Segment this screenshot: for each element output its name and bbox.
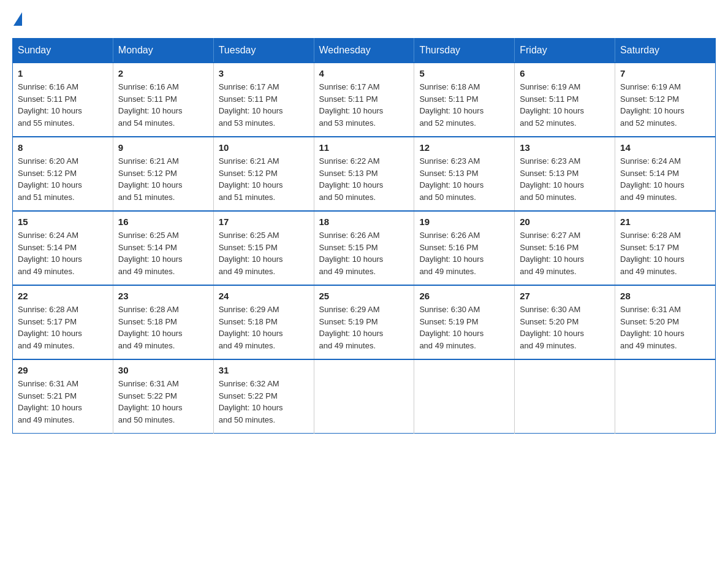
day-number: 27 <box>520 291 610 301</box>
day-info: Sunrise: 6:28 AMSunset: 5:17 PMDaylight:… <box>18 305 82 350</box>
day-number: 25 <box>319 291 409 301</box>
day-number: 31 <box>219 365 309 375</box>
calendar-cell: 17 Sunrise: 6:25 AMSunset: 5:15 PMDaylig… <box>213 211 314 285</box>
calendar-week-row: 15 Sunrise: 6:24 AMSunset: 5:14 PMDaylig… <box>13 211 716 285</box>
day-number: 18 <box>319 216 409 227</box>
calendar-body: 1 Sunrise: 6:16 AMSunset: 5:11 PMDayligh… <box>13 63 716 434</box>
day-info: Sunrise: 6:25 AMSunset: 5:14 PMDaylight:… <box>118 231 183 276</box>
calendar-cell: 19 Sunrise: 6:26 AMSunset: 5:16 PMDaylig… <box>414 211 515 285</box>
calendar-cell: 27 Sunrise: 6:30 AMSunset: 5:20 PMDaylig… <box>515 285 615 359</box>
calendar-cell: 3 Sunrise: 6:17 AMSunset: 5:11 PMDayligh… <box>213 63 314 137</box>
day-number: 24 <box>219 291 309 301</box>
day-info: Sunrise: 6:26 AMSunset: 5:15 PMDaylight:… <box>319 231 384 276</box>
day-number: 17 <box>219 216 309 227</box>
calendar-cell: 28 Sunrise: 6:31 AMSunset: 5:20 PMDaylig… <box>615 285 716 359</box>
day-number: 15 <box>18 216 108 227</box>
calendar-cell: 1 Sunrise: 6:16 AMSunset: 5:11 PMDayligh… <box>13 63 113 137</box>
day-info: Sunrise: 6:25 AMSunset: 5:15 PMDaylight:… <box>219 231 283 276</box>
calendar-cell: 20 Sunrise: 6:27 AMSunset: 5:16 PMDaylig… <box>515 211 615 285</box>
header-day-friday: Friday <box>515 39 615 63</box>
header-day-monday: Monday <box>113 39 213 63</box>
day-number: 2 <box>118 68 208 79</box>
calendar-week-row: 1 Sunrise: 6:16 AMSunset: 5:11 PMDayligh… <box>13 63 716 137</box>
calendar-cell: 9 Sunrise: 6:21 AMSunset: 5:12 PMDayligh… <box>113 137 213 211</box>
calendar-cell: 24 Sunrise: 6:29 AMSunset: 5:18 PMDaylig… <box>213 285 314 359</box>
logo <box>12 12 23 26</box>
calendar-cell: 8 Sunrise: 6:20 AMSunset: 5:12 PMDayligh… <box>13 137 113 211</box>
calendar-cell: 30 Sunrise: 6:31 AMSunset: 5:22 PMDaylig… <box>113 359 213 434</box>
day-info: Sunrise: 6:20 AMSunset: 5:12 PMDaylight:… <box>18 156 82 202</box>
day-info: Sunrise: 6:19 AMSunset: 5:12 PMDaylight:… <box>620 82 684 128</box>
day-info: Sunrise: 6:30 AMSunset: 5:20 PMDaylight:… <box>520 305 584 350</box>
day-info: Sunrise: 6:17 AMSunset: 5:11 PMDaylight:… <box>219 82 283 128</box>
day-info: Sunrise: 6:21 AMSunset: 5:12 PMDaylight:… <box>118 156 183 202</box>
day-number: 8 <box>18 142 108 153</box>
page-header <box>12 12 716 26</box>
day-info: Sunrise: 6:21 AMSunset: 5:12 PMDaylight:… <box>219 156 283 202</box>
calendar-cell: 15 Sunrise: 6:24 AMSunset: 5:14 PMDaylig… <box>13 211 113 285</box>
day-number: 19 <box>419 216 509 227</box>
calendar-cell: 2 Sunrise: 6:16 AMSunset: 5:11 PMDayligh… <box>113 63 213 137</box>
calendar-cell: 23 Sunrise: 6:28 AMSunset: 5:18 PMDaylig… <box>113 285 213 359</box>
day-info: Sunrise: 6:31 AMSunset: 5:21 PMDaylight:… <box>18 379 82 424</box>
calendar-cell: 7 Sunrise: 6:19 AMSunset: 5:12 PMDayligh… <box>615 63 716 137</box>
calendar-cell: 11 Sunrise: 6:22 AMSunset: 5:13 PMDaylig… <box>314 137 414 211</box>
header-day-sunday: Sunday <box>13 39 113 63</box>
header-day-thursday: Thursday <box>414 39 515 63</box>
day-number: 28 <box>620 291 710 301</box>
day-info: Sunrise: 6:18 AMSunset: 5:11 PMDaylight:… <box>419 82 483 128</box>
day-number: 29 <box>18 365 108 375</box>
calendar-header: SundayMondayTuesdayWednesdayThursdayFrid… <box>13 39 716 63</box>
day-info: Sunrise: 6:31 AMSunset: 5:22 PMDaylight:… <box>118 379 183 424</box>
day-info: Sunrise: 6:16 AMSunset: 5:11 PMDaylight:… <box>18 82 82 128</box>
calendar-cell: 26 Sunrise: 6:30 AMSunset: 5:19 PMDaylig… <box>414 285 515 359</box>
day-number: 3 <box>219 68 309 79</box>
day-info: Sunrise: 6:19 AMSunset: 5:11 PMDaylight:… <box>520 82 584 128</box>
calendar-cell: 25 Sunrise: 6:29 AMSunset: 5:19 PMDaylig… <box>314 285 414 359</box>
day-number: 1 <box>18 68 108 79</box>
day-info: Sunrise: 6:23 AMSunset: 5:13 PMDaylight:… <box>419 156 483 202</box>
calendar-cell: 6 Sunrise: 6:19 AMSunset: 5:11 PMDayligh… <box>515 63 615 137</box>
day-number: 22 <box>18 291 108 301</box>
calendar-cell: 21 Sunrise: 6:28 AMSunset: 5:17 PMDaylig… <box>615 211 716 285</box>
calendar-cell: 4 Sunrise: 6:17 AMSunset: 5:11 PMDayligh… <box>314 63 414 137</box>
day-info: Sunrise: 6:28 AMSunset: 5:17 PMDaylight:… <box>620 231 684 276</box>
day-info: Sunrise: 6:24 AMSunset: 5:14 PMDaylight:… <box>18 231 82 276</box>
day-number: 13 <box>520 142 610 153</box>
logo-triangle-icon <box>13 12 22 26</box>
day-info: Sunrise: 6:17 AMSunset: 5:11 PMDaylight:… <box>319 82 384 128</box>
calendar-cell: 18 Sunrise: 6:26 AMSunset: 5:15 PMDaylig… <box>314 211 414 285</box>
day-info: Sunrise: 6:16 AMSunset: 5:11 PMDaylight:… <box>118 82 183 128</box>
day-info: Sunrise: 6:28 AMSunset: 5:18 PMDaylight:… <box>118 305 183 350</box>
calendar-cell: 31 Sunrise: 6:32 AMSunset: 5:22 PMDaylig… <box>213 359 314 434</box>
day-info: Sunrise: 6:30 AMSunset: 5:19 PMDaylight:… <box>419 305 483 350</box>
calendar-cell <box>615 359 716 434</box>
day-number: 21 <box>620 216 710 227</box>
day-number: 6 <box>520 68 610 79</box>
calendar-cell: 22 Sunrise: 6:28 AMSunset: 5:17 PMDaylig… <box>13 285 113 359</box>
calendar-cell: 13 Sunrise: 6:23 AMSunset: 5:13 PMDaylig… <box>515 137 615 211</box>
day-info: Sunrise: 6:23 AMSunset: 5:13 PMDaylight:… <box>520 156 584 202</box>
calendar-week-row: 8 Sunrise: 6:20 AMSunset: 5:12 PMDayligh… <box>13 137 716 211</box>
calendar-cell: 14 Sunrise: 6:24 AMSunset: 5:14 PMDaylig… <box>615 137 716 211</box>
day-number: 10 <box>219 142 309 153</box>
day-number: 30 <box>118 365 208 375</box>
day-number: 16 <box>118 216 208 227</box>
calendar-table: SundayMondayTuesdayWednesdayThursdayFrid… <box>12 38 716 434</box>
calendar-week-row: 22 Sunrise: 6:28 AMSunset: 5:17 PMDaylig… <box>13 285 716 359</box>
day-info: Sunrise: 6:29 AMSunset: 5:18 PMDaylight:… <box>219 305 283 350</box>
day-info: Sunrise: 6:26 AMSunset: 5:16 PMDaylight:… <box>419 231 483 276</box>
day-number: 9 <box>118 142 208 153</box>
calendar-cell: 29 Sunrise: 6:31 AMSunset: 5:21 PMDaylig… <box>13 359 113 434</box>
calendar-cell <box>515 359 615 434</box>
calendar-cell: 5 Sunrise: 6:18 AMSunset: 5:11 PMDayligh… <box>414 63 515 137</box>
day-number: 7 <box>620 68 710 79</box>
calendar-header-row: SundayMondayTuesdayWednesdayThursdayFrid… <box>13 39 716 63</box>
header-day-tuesday: Tuesday <box>213 39 314 63</box>
header-day-saturday: Saturday <box>615 39 716 63</box>
day-number: 12 <box>419 142 509 153</box>
calendar-week-row: 29 Sunrise: 6:31 AMSunset: 5:21 PMDaylig… <box>13 359 716 434</box>
day-info: Sunrise: 6:24 AMSunset: 5:14 PMDaylight:… <box>620 156 684 202</box>
day-number: 4 <box>319 68 409 79</box>
day-number: 20 <box>520 216 610 227</box>
